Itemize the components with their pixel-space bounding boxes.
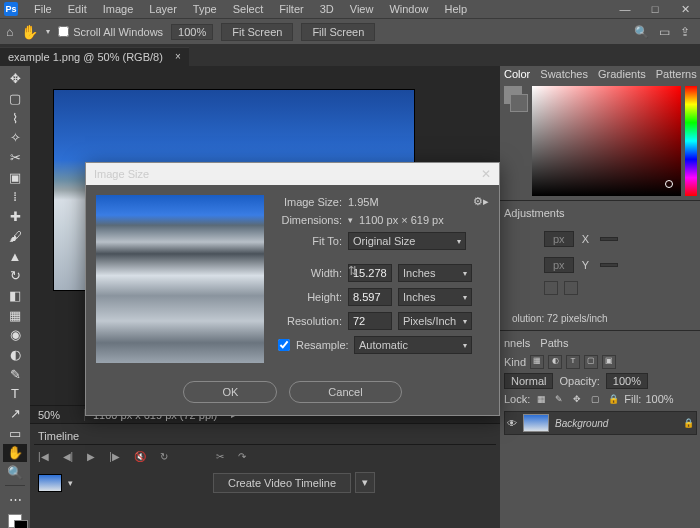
transition-icon[interactable]: ↷ (238, 451, 246, 462)
resolution-unit-select[interactable]: Pixels/Inch▾ (398, 312, 472, 330)
cancel-button[interactable]: Cancel (289, 381, 401, 403)
menu-select[interactable]: Select (225, 1, 272, 17)
fill-field[interactable]: 100% (645, 393, 673, 405)
color-swatches[interactable] (8, 514, 22, 528)
tab-swatches[interactable]: Swatches (540, 68, 588, 80)
move-tool[interactable]: ✥ (3, 70, 27, 88)
height-unit-select[interactable]: Inches▾ (398, 288, 472, 306)
lock-icon[interactable]: 🔒 (606, 394, 620, 404)
dimensions-toggle-icon[interactable]: ▾ (348, 215, 353, 225)
lock-pos-icon[interactable]: ✥ (570, 394, 584, 404)
dialog-close-icon[interactable]: ✕ (481, 167, 491, 181)
lock-artboard-icon[interactable]: ▢ (588, 394, 602, 404)
color-picker[interactable] (532, 86, 681, 196)
eraser-tool[interactable]: ◧ (3, 287, 27, 305)
resample-select[interactable]: Automatic▾ (354, 336, 472, 354)
frame-tool[interactable]: ▣ (3, 168, 27, 186)
hue-slider[interactable] (685, 86, 697, 196)
zoom-tool[interactable]: 🔍 (3, 464, 27, 482)
create-timeline-dropdown[interactable]: ▾ (355, 472, 375, 493)
bg-swatch[interactable] (510, 94, 528, 112)
hand-tool-icon[interactable]: ✋ (21, 24, 38, 40)
tab-patterns[interactable]: Patterns (656, 68, 697, 80)
filter-adj-icon[interactable]: ◐ (548, 355, 562, 369)
edit-toolbar-icon[interactable]: ⋯ (3, 490, 27, 508)
menu-layer[interactable]: Layer (141, 1, 185, 17)
menu-image[interactable]: Image (95, 1, 142, 17)
width-unit-select[interactable]: Inches▾ (398, 264, 472, 282)
mute-icon[interactable]: 🔇 (134, 451, 146, 462)
lock-pixel-icon[interactable]: ✎ (552, 394, 566, 404)
brush-tool[interactable]: 🖌 (3, 228, 27, 246)
tab-gradients[interactable]: Gradients (598, 68, 646, 80)
filter-shape-icon[interactable]: ▢ (584, 355, 598, 369)
blend-mode[interactable]: Normal (504, 373, 553, 389)
play-icon[interactable]: ▶ (87, 451, 95, 462)
fill-screen-button[interactable]: Fill Screen (301, 23, 375, 41)
history-brush-tool[interactable]: ↻ (3, 267, 27, 285)
field-x[interactable] (600, 237, 618, 241)
close-icon[interactable]: ✕ (670, 3, 700, 16)
marquee-tool[interactable]: ▢ (3, 90, 27, 108)
tool-opts-icon[interactable]: ▾ (46, 27, 50, 36)
split-icon[interactable]: ✂ (216, 451, 224, 462)
dodge-tool[interactable]: ◐ (3, 346, 27, 364)
document-tab[interactable]: example 1.png @ 50% (RGB/8) × (0, 47, 189, 66)
pen-tool[interactable]: ✎ (3, 365, 27, 383)
next-frame-icon[interactable]: |▶ (109, 451, 120, 462)
track-expand-icon[interactable]: ▾ (68, 478, 73, 488)
resolution-input[interactable]: 72 (348, 312, 392, 330)
adj-btn[interactable] (544, 281, 558, 295)
eyedropper-tool[interactable]: ⁞ (3, 188, 27, 206)
visibility-icon[interactable]: 👁 (507, 418, 517, 429)
create-video-timeline-button[interactable]: Create Video Timeline (213, 473, 351, 493)
prev-frame-icon[interactable]: ◀| (63, 451, 74, 462)
adj-btn[interactable] (564, 281, 578, 295)
fit-screen-button[interactable]: Fit Screen (221, 23, 293, 41)
close-tab-icon[interactable]: × (175, 51, 181, 62)
lock-all-icon[interactable]: ▦ (534, 394, 548, 404)
crop-tool[interactable]: ✂ (3, 149, 27, 167)
menu-view[interactable]: View (342, 1, 382, 17)
layer-row[interactable]: 👁 Background 🔒 (504, 411, 697, 435)
filter-type-icon[interactable]: T (566, 355, 580, 369)
timeline-thumb[interactable] (38, 474, 62, 492)
menu-help[interactable]: Help (437, 1, 476, 17)
status-zoom[interactable]: 50% (38, 409, 74, 421)
gradient-tool[interactable]: ▦ (3, 306, 27, 324)
ok-button[interactable]: OK (183, 381, 277, 403)
stamp-tool[interactable]: ▲ (3, 247, 27, 265)
field-unit-y[interactable]: px (544, 257, 574, 273)
goto-first-icon[interactable]: |◀ (38, 451, 49, 462)
field-y[interactable] (600, 263, 618, 267)
height-input[interactable]: 8.597 (348, 288, 392, 306)
menu-edit[interactable]: Edit (60, 1, 95, 17)
workspace-icon[interactable]: ▭ (659, 25, 670, 39)
loop-icon[interactable]: ↻ (160, 451, 168, 462)
tab-adjustments[interactable]: Adjustments (504, 207, 565, 219)
field-unit-x[interactable]: px (544, 231, 574, 247)
hand-tool[interactable]: ✋ (3, 444, 27, 462)
filter-pixel-icon[interactable]: ▦ (530, 355, 544, 369)
scroll-all-checkbox[interactable]: Scroll All Windows (58, 26, 163, 38)
heal-tool[interactable]: ✚ (3, 208, 27, 226)
type-tool[interactable]: T (3, 385, 27, 403)
menu-3d[interactable]: 3D (312, 1, 342, 17)
maximize-icon[interactable]: □ (640, 3, 670, 16)
share-icon[interactable]: ⇪ (680, 25, 690, 39)
minimize-icon[interactable]: — (610, 3, 640, 16)
filter-kind[interactable]: Kind (504, 356, 526, 368)
resample-checkbox[interactable] (278, 339, 290, 351)
tab-channels[interactable]: nnels (504, 337, 530, 349)
tab-paths[interactable]: Paths (540, 337, 568, 349)
menu-filter[interactable]: Filter (271, 1, 311, 17)
search-icon[interactable]: 🔍 (634, 25, 649, 39)
menu-file[interactable]: File (26, 1, 60, 17)
blur-tool[interactable]: ◉ (3, 326, 27, 344)
opacity-field[interactable]: 100% (606, 373, 648, 389)
link-icon[interactable]: ⇅ (348, 264, 358, 278)
fit-to-select[interactable]: Original Size▾ (348, 232, 466, 250)
tab-color[interactable]: Color (504, 68, 530, 80)
menu-window[interactable]: Window (381, 1, 436, 17)
path-tool[interactable]: ↗ (3, 405, 27, 423)
